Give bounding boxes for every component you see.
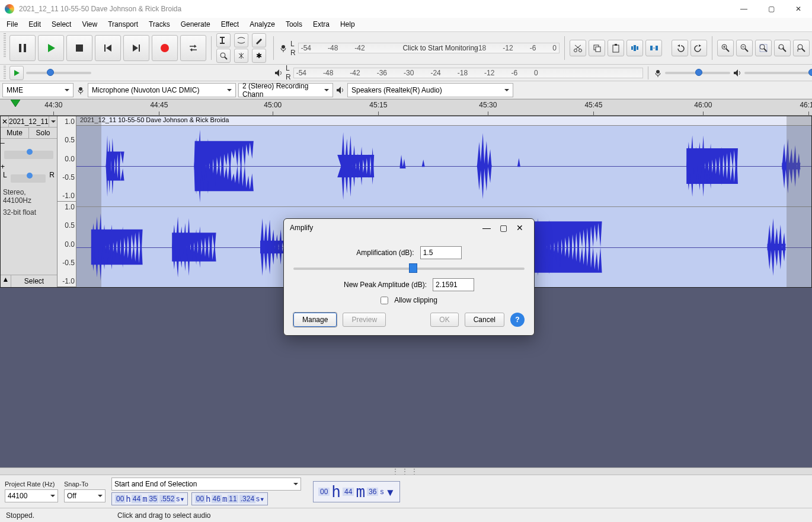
selection-end-time[interactable]: 00h46m11.324s▾ bbox=[191, 492, 268, 505]
toolbar-grip[interactable] bbox=[4, 33, 6, 57]
zoom-in-button[interactable] bbox=[717, 40, 734, 56]
audio-position-display[interactable]: 00h 44m 36 s▾ bbox=[313, 481, 400, 502]
selection-format-select[interactable]: Start and End of Selection bbox=[111, 478, 301, 491]
project-rate-select[interactable]: 44100 bbox=[5, 489, 58, 502]
meter-hint[interactable]: Click to Start Monitoring bbox=[402, 44, 478, 52]
clip-label[interactable]: 2021_12_11 10-55-50 Dave Johnson & Rick … bbox=[76, 116, 811, 126]
svg-point-56 bbox=[79, 87, 82, 91]
ok-button[interactable]: OK bbox=[430, 313, 458, 327]
playback-meter[interactable]: -54-48-42-36-30-24-18-12-60 bbox=[293, 68, 643, 78]
play-at-speed-button[interactable] bbox=[9, 66, 24, 80]
pause-button[interactable] bbox=[9, 35, 36, 61]
recording-meter[interactable]: -54-48-42 Click to Start Monitoring -18-… bbox=[298, 43, 560, 53]
svg-line-18 bbox=[241, 56, 244, 58]
selection-start-time[interactable]: 00h44m35.552s▾ bbox=[111, 492, 188, 505]
menu-extra[interactable]: Extra bbox=[308, 18, 335, 31]
menu-analyze[interactable]: Analyze bbox=[244, 18, 280, 31]
menu-tracks[interactable]: Tracks bbox=[143, 18, 175, 31]
audio-host-select[interactable]: MME bbox=[2, 83, 73, 97]
multi-tool-button[interactable]: ✱ bbox=[252, 49, 266, 63]
collapse-track-button[interactable]: ▲ bbox=[1, 275, 11, 287]
preview-button[interactable]: Preview bbox=[343, 313, 386, 327]
menu-view[interactable]: View bbox=[76, 18, 103, 31]
paste-button[interactable] bbox=[608, 40, 624, 56]
svg-point-8 bbox=[161, 44, 169, 52]
speaker-icon bbox=[274, 68, 283, 78]
amplification-slider[interactable] bbox=[293, 268, 525, 270]
trim-button[interactable] bbox=[626, 40, 643, 56]
allow-clipping-checkbox[interactable] bbox=[381, 297, 388, 304]
amplification-input[interactable] bbox=[420, 246, 462, 259]
snap-to-select[interactable]: Off bbox=[64, 489, 106, 502]
svg-rect-0 bbox=[19, 44, 21, 52]
waveform-left bbox=[76, 126, 811, 206]
dialog-close-button[interactable]: ✕ bbox=[512, 223, 528, 233]
window-maximize-button[interactable]: ▢ bbox=[757, 0, 785, 18]
svg-line-17 bbox=[239, 56, 241, 58]
ruler-tick: 46:15 bbox=[800, 101, 812, 109]
recording-device-select[interactable]: Microphone (Nuvoton UAC DMIC) bbox=[88, 83, 236, 97]
window-minimize-button[interactable]: — bbox=[730, 0, 757, 18]
menu-generate[interactable]: Generate bbox=[175, 18, 216, 31]
fit-selection-button[interactable] bbox=[755, 40, 772, 56]
timeline-ruler[interactable]: 44:30 44:45 45:00 45:15 45:30 45:45 46:0… bbox=[0, 99, 812, 116]
svg-line-13 bbox=[225, 57, 227, 59]
menu-help[interactable]: Help bbox=[335, 18, 360, 31]
record-button[interactable] bbox=[152, 35, 178, 61]
menu-tools[interactable]: Tools bbox=[280, 18, 308, 31]
svg-marker-34 bbox=[677, 44, 680, 47]
playback-volume-slider[interactable] bbox=[744, 72, 810, 74]
solo-button[interactable]: Solo bbox=[29, 128, 57, 138]
stop-button[interactable] bbox=[66, 35, 92, 61]
skip-start-button[interactable] bbox=[95, 35, 121, 61]
silence-button[interactable] bbox=[645, 40, 662, 56]
fit-project-button[interactable] bbox=[774, 40, 791, 56]
pan-slider[interactable] bbox=[11, 174, 46, 183]
play-button[interactable] bbox=[38, 35, 64, 61]
mic-icon bbox=[76, 85, 85, 95]
manage-button[interactable]: Manage bbox=[293, 313, 337, 327]
gain-slider[interactable]: – + bbox=[1, 139, 57, 171]
peak-amplitude-input[interactable] bbox=[433, 278, 474, 291]
cancel-button[interactable]: Cancel bbox=[465, 313, 504, 327]
dialog-maximize-button[interactable]: ▢ bbox=[495, 223, 512, 233]
svg-rect-10 bbox=[220, 37, 225, 38]
undo-button[interactable] bbox=[672, 40, 688, 56]
menu-file[interactable]: File bbox=[1, 18, 23, 31]
envelope-tool-button[interactable] bbox=[234, 33, 248, 47]
draw-tool-button[interactable] bbox=[252, 33, 266, 47]
track-close-button[interactable]: ✕ bbox=[1, 116, 9, 127]
zoom-out-button[interactable] bbox=[736, 40, 753, 56]
window-close-button[interactable]: ✕ bbox=[785, 0, 812, 18]
dialog-minimize-button[interactable]: — bbox=[478, 223, 495, 233]
copy-button[interactable] bbox=[589, 40, 605, 56]
zoom-tool-button[interactable] bbox=[216, 49, 231, 63]
cut-button[interactable] bbox=[570, 40, 586, 56]
menu-select[interactable]: Select bbox=[46, 18, 76, 31]
mute-button[interactable]: Mute bbox=[1, 128, 29, 138]
skip-end-button[interactable] bbox=[123, 35, 149, 61]
recording-channels-select[interactable]: 2 (Stereo) Recording Chann bbox=[238, 83, 333, 97]
timeshift-tool-button[interactable] bbox=[234, 49, 248, 63]
menu-edit[interactable]: Edit bbox=[23, 18, 46, 31]
menu-effect[interactable]: Effect bbox=[216, 18, 244, 31]
recording-volume-slider[interactable] bbox=[665, 72, 730, 74]
horizontal-scrollbar[interactable]: ⋮⋮⋮ bbox=[0, 467, 812, 475]
track-name[interactable]: 2021_12_11 bbox=[9, 116, 49, 127]
svg-rect-31 bbox=[650, 46, 653, 50]
status-hint: Click and drag to select audio bbox=[117, 511, 210, 520]
zoom-toggle-button[interactable] bbox=[793, 40, 810, 56]
redo-button[interactable] bbox=[690, 40, 707, 56]
playhead-marker[interactable] bbox=[11, 100, 20, 108]
playback-device-select[interactable]: Speakers (Realtek(R) Audio) bbox=[347, 83, 513, 97]
help-button[interactable]: ? bbox=[510, 313, 525, 327]
track-menu-button[interactable] bbox=[49, 116, 57, 127]
svg-rect-7 bbox=[139, 44, 140, 52]
svg-rect-3 bbox=[76, 44, 83, 52]
select-track-button[interactable]: Select bbox=[11, 275, 57, 287]
loop-button[interactable] bbox=[180, 35, 206, 61]
playback-speed-slider[interactable] bbox=[26, 72, 91, 74]
toolbar-grip[interactable] bbox=[4, 66, 6, 79]
menu-transport[interactable]: Transport bbox=[103, 18, 143, 31]
selection-tool-button[interactable] bbox=[216, 33, 231, 47]
